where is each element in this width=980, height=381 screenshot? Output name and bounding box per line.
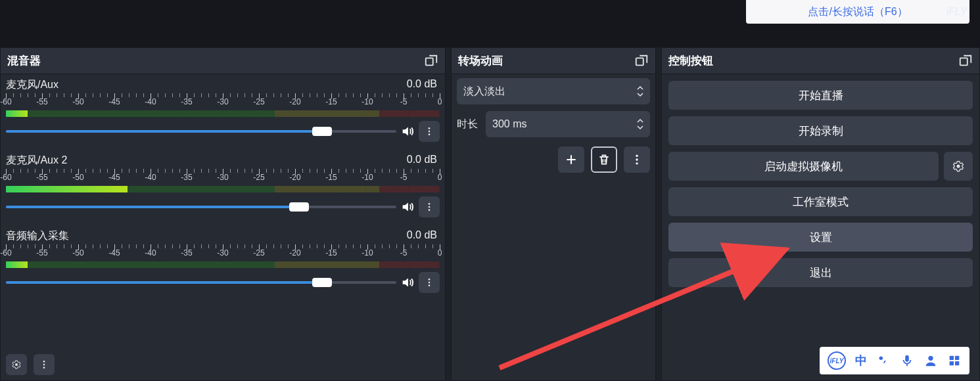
transition-selected: 淡入淡出 xyxy=(463,85,505,99)
volume-slider[interactable] xyxy=(6,202,396,212)
scale-label: -15 xyxy=(325,97,337,106)
mixer-panel: 混音器 麦克风/Aux0.0 dB-60-55-50-45-40-35-30-2… xyxy=(0,47,446,381)
scale-label: -5 xyxy=(400,173,408,182)
start-stream-button[interactable]: 开始直播 xyxy=(668,81,973,110)
speaker-icon[interactable] xyxy=(400,124,415,139)
volume-slider[interactable] xyxy=(6,278,396,287)
svg-point-17 xyxy=(636,162,638,164)
ifly-logo: iFLY xyxy=(937,0,976,26)
channel-menu-button[interactable] xyxy=(419,196,440,217)
scale-label: -45 xyxy=(108,173,120,182)
scale-label: -55 xyxy=(36,173,47,182)
transition-select[interactable]: 淡入淡出 xyxy=(457,78,650,104)
studio-mode-label: 工作室模式 xyxy=(793,194,849,210)
start-vcam-button[interactable]: 启动虚拟摄像机 xyxy=(668,152,939,181)
vu-meter xyxy=(6,110,440,117)
ime-toolbar[interactable]: iFLY 中 xyxy=(820,347,969,374)
scale-label: -5 xyxy=(400,248,408,258)
channel-menu-button[interactable] xyxy=(419,272,440,293)
scale-label: -50 xyxy=(72,248,83,258)
svg-point-2 xyxy=(429,131,431,133)
svg-rect-26 xyxy=(950,361,954,365)
scale-label: -45 xyxy=(108,248,120,258)
svg-rect-18 xyxy=(960,58,968,65)
svg-point-3 xyxy=(429,133,431,135)
mixer-advanced-button[interactable] xyxy=(6,354,27,375)
scale-label: -60 xyxy=(0,97,11,106)
start-record-label: 开始录制 xyxy=(799,123,843,139)
scale-label: -25 xyxy=(253,173,264,182)
popout-icon[interactable] xyxy=(424,54,438,68)
start-record-button[interactable]: 开始录制 xyxy=(668,116,973,145)
scale-label: -55 xyxy=(36,97,47,106)
channel-db: 0.0 dB xyxy=(407,229,437,243)
controls-header: 控制按钮 xyxy=(662,48,979,74)
scale-label: -60 xyxy=(0,173,11,182)
svg-point-6 xyxy=(429,209,431,211)
mic-icon[interactable] xyxy=(900,353,914,368)
voice-input-callout[interactable]: 点击/长按说话（F6） iFLY xyxy=(746,0,969,24)
scale-label: -45 xyxy=(108,97,120,106)
svg-point-12 xyxy=(43,364,45,366)
scale-label: -60 xyxy=(0,248,11,258)
select-arrows-icon xyxy=(637,85,643,97)
ime-punct-icon[interactable] xyxy=(876,353,891,368)
speaker-icon[interactable] xyxy=(400,200,415,214)
add-transition-button[interactable] xyxy=(558,146,584,173)
scale-label: -25 xyxy=(253,97,264,106)
studio-mode-button[interactable]: 工作室模式 xyxy=(668,187,973,216)
channel-name: 音频输入采集 xyxy=(6,229,69,243)
ifly-logo-icon[interactable]: iFLY xyxy=(828,351,846,370)
exit-button[interactable]: 退出 xyxy=(668,258,973,287)
svg-point-4 xyxy=(429,203,431,205)
scale-label: -25 xyxy=(253,248,264,258)
svg-point-1 xyxy=(429,127,431,129)
scale-label: -5 xyxy=(400,97,408,106)
delete-transition-button[interactable] xyxy=(591,146,617,173)
mixer-title: 混音器 xyxy=(7,53,41,68)
voice-input-text: 点击/长按说话（F6） xyxy=(808,5,907,19)
svg-rect-25 xyxy=(955,356,959,360)
exit-label: 退出 xyxy=(810,265,832,280)
mixer-body: 麦克风/Aux0.0 dB-60-55-50-45-40-35-30-25-20… xyxy=(1,74,445,380)
mixer-menu-button[interactable] xyxy=(34,354,55,375)
duration-label: 时长 xyxy=(457,118,478,131)
scale-label: -35 xyxy=(181,248,192,258)
mixer-channel: 麦克风/Aux 20.0 dB-60-55-50-45-40-35-30-25-… xyxy=(6,154,440,217)
stepper-arrows-icon xyxy=(637,118,643,130)
svg-point-13 xyxy=(43,367,45,369)
vu-meter xyxy=(6,186,440,192)
controls-panel: 控制按钮 开始直播 开始录制 启动虚拟摄像机 工作室模式 设置 退出 xyxy=(661,47,980,381)
settings-button[interactable]: 设置 xyxy=(668,223,973,252)
duration-stepper[interactable]: 300 ms xyxy=(486,111,650,137)
settings-label: 设置 xyxy=(810,230,832,245)
user-icon[interactable] xyxy=(923,353,938,368)
svg-point-21 xyxy=(879,357,883,361)
popout-icon[interactable] xyxy=(634,54,649,68)
scale-label: -30 xyxy=(217,97,228,106)
apps-icon[interactable] xyxy=(947,353,962,368)
scale-label: -40 xyxy=(145,97,156,106)
svg-rect-22 xyxy=(905,355,909,362)
speaker-icon[interactable] xyxy=(400,275,415,290)
scale-label: -10 xyxy=(362,97,373,106)
transition-menu-button[interactable] xyxy=(624,146,650,173)
vu-meter xyxy=(6,261,440,268)
start-vcam-label: 启动虚拟摄像机 xyxy=(764,159,843,174)
vcam-settings-button[interactable] xyxy=(944,152,973,181)
channel-db: 0.0 dB xyxy=(407,154,437,168)
svg-point-9 xyxy=(429,284,431,286)
channel-menu-button[interactable] xyxy=(419,121,440,142)
scale-label: -40 xyxy=(145,173,156,182)
svg-point-15 xyxy=(636,155,638,157)
ime-lang-button[interactable]: 中 xyxy=(855,353,867,369)
start-stream-label: 开始直播 xyxy=(799,88,843,103)
duration-value: 300 ms xyxy=(492,118,526,130)
volume-slider[interactable] xyxy=(6,127,396,136)
scale-label: -30 xyxy=(217,248,228,258)
svg-point-16 xyxy=(636,158,638,160)
scale-label: 0 xyxy=(438,173,442,182)
popout-icon[interactable] xyxy=(958,54,973,68)
channel-name: 麦克风/Aux 2 xyxy=(6,154,67,168)
scale-label: -15 xyxy=(325,248,337,258)
